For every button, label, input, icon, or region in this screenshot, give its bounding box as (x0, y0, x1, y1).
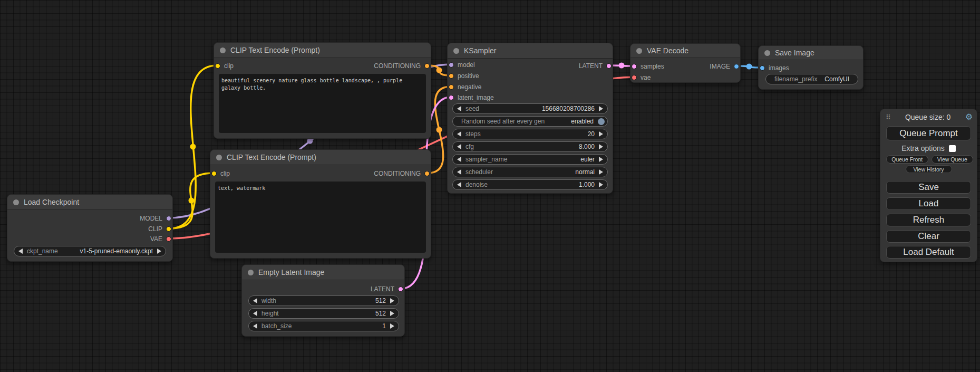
decrement-arrow-icon[interactable] (457, 157, 461, 162)
collapse-dot-icon[interactable] (220, 47, 226, 53)
output-slot-latent[interactable]: LATENT (579, 62, 612, 70)
node-title-bar[interactable]: VAE Decode (630, 44, 740, 58)
output-slot-conditioning[interactable]: CONDITIONING (374, 62, 430, 70)
view-history-button[interactable]: View History (906, 165, 952, 173)
batch-size-widget[interactable]: batch_size 1 (248, 321, 399, 331)
increment-arrow-icon[interactable] (390, 298, 394, 303)
queue-front-button[interactable]: Queue Front (886, 155, 928, 164)
toggle-indicator-dot[interactable] (598, 118, 605, 125)
conditioning-slot-dot[interactable] (449, 73, 454, 79)
increment-arrow-icon[interactable] (390, 323, 394, 329)
input-slot-positive[interactable]: positive (449, 72, 479, 80)
queue-prompt-button[interactable]: Queue Prompt (886, 126, 971, 140)
node-clip-text-encode-negative[interactable]: CLIP Text Encode (Prompt) clip CONDITION… (210, 149, 431, 259)
scheduler-widget[interactable]: scheduler normal (452, 167, 608, 177)
node-title-bar[interactable]: Empty Latent Image (242, 265, 404, 280)
width-widget[interactable]: width 512 (248, 295, 399, 306)
input-slot-images[interactable]: images (760, 64, 789, 72)
node-vae-decode[interactable]: VAE Decode samples vae IMAGE (630, 43, 741, 83)
increment-arrow-icon[interactable] (599, 169, 603, 175)
decrement-arrow-icon[interactable] (457, 182, 461, 187)
node-empty-latent-image[interactable]: Empty Latent Image LATENT width 512 heig… (241, 264, 405, 337)
output-slot-vae[interactable]: VAE (150, 235, 171, 243)
refresh-button[interactable]: Refresh (886, 214, 971, 226)
output-slot-clip[interactable]: CLIP (148, 225, 171, 233)
graph-canvas[interactable]: Load Checkpoint MODEL CLIP VAE ckpt_name… (0, 0, 980, 372)
node-title-bar[interactable]: CLIP Text Encode (Prompt) (214, 43, 431, 58)
node-title-bar[interactable]: Load Checkpoint (7, 195, 172, 209)
denoise-widget[interactable]: denoise 1.000 (452, 179, 608, 190)
view-queue-button[interactable]: View Queue (932, 155, 974, 164)
negative-prompt-textarea[interactable]: text, watermark (215, 182, 426, 253)
increment-arrow-icon[interactable] (599, 144, 603, 149)
decrement-arrow-icon[interactable] (457, 106, 461, 111)
image-slot-dot[interactable] (734, 64, 739, 69)
node-ksampler[interactable]: KSampler model positive negative latent_… (447, 43, 613, 194)
save-button[interactable]: Save (886, 181, 971, 194)
filename-prefix-widget[interactable]: filename_prefix ComfyUI (765, 74, 858, 84)
decrement-arrow-icon[interactable] (457, 131, 461, 137)
image-slot-dot[interactable] (760, 65, 765, 71)
node-save-image[interactable]: Save Image images filename_prefix ComfyU… (758, 45, 863, 90)
decrement-arrow-icon[interactable] (253, 298, 257, 303)
positive-prompt-textarea[interactable]: beautiful scenery nature glass bottle la… (219, 74, 426, 133)
node-load-checkpoint[interactable]: Load Checkpoint MODEL CLIP VAE ckpt_name… (7, 194, 173, 262)
input-slot-latent-image[interactable]: latent_image (449, 94, 494, 101)
decrement-arrow-icon[interactable] (253, 323, 257, 329)
node-title-bar[interactable]: Save Image (759, 46, 863, 60)
output-slot-latent[interactable]: LATENT (371, 285, 403, 293)
model-slot-dot[interactable] (449, 62, 454, 68)
increment-arrow-icon[interactable] (599, 182, 603, 187)
input-slot-model[interactable]: model (449, 61, 475, 69)
latent-slot-dot[interactable] (632, 64, 637, 69)
height-widget[interactable]: height 512 (248, 308, 399, 319)
output-slot-conditioning[interactable]: CONDITIONING (374, 170, 430, 177)
clip-slot-dot[interactable] (211, 171, 217, 176)
input-slot-samples[interactable]: samples (632, 63, 664, 70)
output-slot-model[interactable]: MODEL (140, 215, 171, 222)
input-slot-clip[interactable]: clip (215, 62, 234, 70)
latent-slot-dot[interactable] (606, 63, 612, 69)
vae-slot-dot[interactable] (632, 75, 637, 80)
collapse-dot-icon[interactable] (216, 155, 222, 160)
increment-arrow-icon[interactable] (599, 131, 603, 137)
decrement-arrow-icon[interactable] (457, 144, 461, 149)
decrement-arrow-icon[interactable] (18, 249, 23, 254)
input-slot-clip[interactable]: clip (211, 170, 230, 177)
clip-slot-dot[interactable] (215, 63, 220, 69)
vae-slot-dot[interactable] (166, 236, 171, 242)
load-button[interactable]: Load (886, 197, 971, 210)
input-slot-vae[interactable]: vae (632, 74, 651, 81)
decrement-arrow-icon[interactable] (253, 311, 257, 316)
conditioning-slot-dot[interactable] (424, 171, 430, 176)
conditioning-slot-dot[interactable] (449, 84, 454, 90)
extra-options-checkbox[interactable] (949, 145, 956, 152)
collapse-dot-icon[interactable] (13, 199, 19, 205)
steps-widget[interactable]: steps 20 (452, 129, 608, 139)
gear-icon[interactable]: ⚙ (965, 113, 973, 121)
conditioning-slot-dot[interactable] (424, 63, 430, 69)
increment-arrow-icon[interactable] (390, 311, 394, 316)
clear-button[interactable]: Clear (886, 230, 971, 243)
random-seed-toggle[interactable]: Random seed after every gen enabled (452, 116, 608, 127)
node-title-bar[interactable]: KSampler (448, 43, 613, 58)
queue-panel[interactable]: ⠿ Queue size: 0 ⚙ Queue Prompt Extra opt… (880, 109, 977, 262)
latent-slot-dot[interactable] (398, 287, 403, 292)
drag-handle-icon[interactable]: ⠿ (886, 113, 891, 121)
sampler-name-widget[interactable]: sampler_name euler (452, 154, 608, 165)
load-default-button[interactable]: Load Default (886, 246, 971, 259)
collapse-dot-icon[interactable] (764, 50, 770, 56)
increment-arrow-icon[interactable] (157, 249, 161, 254)
seed-widget[interactable]: seed 156680208700286 (452, 103, 608, 114)
ckpt-name-widget[interactable]: ckpt_name v1-5-pruned-emaonly.ckpt (14, 246, 166, 256)
cfg-widget[interactable]: cfg 8.000 (452, 141, 608, 152)
node-title-bar[interactable]: CLIP Text Encode (Prompt) (210, 150, 431, 165)
output-slot-image[interactable]: IMAGE (710, 63, 739, 70)
collapse-dot-icon[interactable] (248, 270, 254, 275)
clip-slot-dot[interactable] (166, 226, 171, 232)
increment-arrow-icon[interactable] (599, 157, 603, 162)
model-slot-dot[interactable] (166, 216, 171, 221)
node-clip-text-encode-positive[interactable]: CLIP Text Encode (Prompt) clip CONDITION… (214, 42, 431, 139)
increment-arrow-icon[interactable] (599, 106, 603, 111)
input-slot-negative[interactable]: negative (449, 83, 481, 91)
